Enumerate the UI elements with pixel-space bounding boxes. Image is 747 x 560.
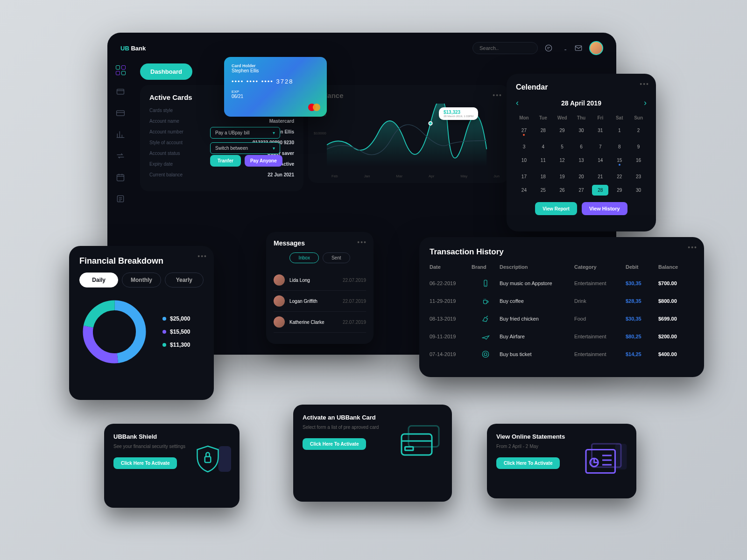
sidebar-apps-icon[interactable] [116, 65, 125, 75]
switch-select[interactable]: Switch between▾ [210, 142, 280, 154]
cal-day[interactable]: 3 [516, 141, 532, 152]
tr-date: 06-22-2019 [430, 280, 472, 286]
tr-category: Entertainment [574, 334, 626, 339]
sidebar-list-icon[interactable] [116, 194, 125, 203]
prev-month-icon[interactable]: ‹ [516, 98, 519, 108]
more-icon[interactable]: ••• [688, 244, 698, 251]
ac-label: Current balance [149, 172, 183, 177]
cal-day[interactable]: 14 [592, 155, 608, 168]
more-icon[interactable]: ••• [640, 80, 649, 88]
transaction-row[interactable]: 08-13-2019Buy fried chickenFood$30,35$69… [430, 310, 694, 328]
cal-day[interactable]: 1 [611, 125, 627, 139]
cta-activate-button[interactable]: Click Here To Activate [303, 438, 366, 450]
cal-day[interactable]: 27 [573, 185, 590, 196]
message-item[interactable]: Lida Long22.07.2019 [274, 270, 366, 291]
sidebar [116, 65, 125, 203]
cal-day[interactable]: 26 [554, 185, 571, 196]
cal-day[interactable]: 29 [611, 185, 627, 196]
cal-day[interactable]: 22 [611, 171, 627, 182]
pay-bill-select[interactable]: Pay a UBpay bill▾ [210, 127, 280, 139]
msg-name: Katherine Clarke [289, 320, 338, 325]
sidebar-wallet-icon[interactable] [116, 87, 125, 96]
card-exp-label: EXP [232, 90, 319, 94]
balance-title: Balance [317, 91, 500, 99]
tr-desc: Buy Airfare [500, 334, 574, 339]
cta-statements-button[interactable]: Click Here To Activate [496, 457, 560, 469]
cal-day[interactable]: 20 [573, 171, 590, 182]
cal-day[interactable]: 31 [592, 125, 608, 139]
transfer-button[interactable]: Tranfer [210, 155, 241, 167]
tr-debit: $14,25 [626, 351, 658, 357]
bell-icon[interactable] [559, 44, 568, 52]
cal-day[interactable]: 16 [630, 155, 647, 168]
transaction-row[interactable]: 11-29-2019Buy coffeeDrink$28,35$800.00 [430, 292, 694, 310]
more-icon[interactable]: ••• [357, 238, 367, 246]
cal-day[interactable]: 4 [535, 141, 551, 152]
donut-legend: $25,000 $15,500 $11,300 [162, 315, 190, 348]
chat-icon[interactable] [544, 44, 553, 52]
next-month-icon[interactable]: › [644, 98, 647, 108]
tr-balance: $699.00 [658, 316, 696, 322]
sidebar-calendar-icon[interactable] [116, 173, 125, 182]
mail-icon[interactable] [574, 44, 583, 52]
message-item[interactable]: Katherine Clarke22.07.2019 [274, 312, 366, 333]
transaction-row[interactable]: 07-14-2019Buy bus ticketEntertainment$14… [430, 345, 694, 363]
cal-day[interactable]: 21 [592, 171, 608, 182]
cal-day[interactable]: 5 [554, 141, 571, 152]
transaction-row[interactable]: 06-22-2019Buy music on AppstoreEntertain… [430, 274, 694, 292]
tr-desc: Buy coffee [500, 298, 574, 304]
cal-day[interactable]: 11 [535, 155, 551, 168]
cal-day[interactable]: 9 [630, 141, 647, 152]
cal-day[interactable]: 28 [592, 185, 608, 196]
cal-day[interactable]: 7 [592, 141, 608, 152]
cal-day[interactable]: 30 [630, 185, 647, 196]
seg-monthly[interactable]: Monthly [122, 273, 161, 287]
seg-daily[interactable]: Daily [79, 273, 118, 287]
cal-day[interactable]: 18 [535, 171, 551, 182]
cal-day[interactable]: 15 [611, 155, 627, 168]
cal-day[interactable]: 25 [535, 185, 551, 196]
cal-day[interactable]: 13 [573, 155, 590, 168]
avatar [274, 274, 285, 286]
msg-date: 22.07.2019 [343, 320, 366, 325]
cal-day[interactable]: 29 [554, 125, 571, 139]
cal-day[interactable]: 12 [554, 155, 571, 168]
cta-shield-button[interactable]: Click Here To Activate [113, 457, 177, 469]
sidebar-transfer-icon[interactable] [116, 151, 125, 161]
cal-day[interactable]: 2 [630, 125, 647, 139]
messages-title: Messages [274, 239, 366, 247]
cal-day[interactable]: 8 [611, 141, 627, 152]
cal-day[interactable]: 6 [573, 141, 590, 152]
tab-sent[interactable]: Sent [323, 252, 350, 263]
search-input[interactable] [472, 42, 538, 54]
topbar: UB Bank [107, 33, 616, 63]
sidebar-card-icon[interactable] [116, 108, 125, 118]
tr-brand-icon [472, 350, 500, 358]
more-icon[interactable]: ••• [197, 252, 207, 260]
cal-day[interactable]: 24 [516, 185, 532, 196]
seg-yearly[interactable]: Yearly [165, 273, 204, 287]
view-history-button[interactable]: View History [582, 202, 627, 215]
donut-chart [79, 297, 149, 367]
dashboard-button[interactable]: Dashboard [140, 63, 192, 80]
transaction-row[interactable]: 09-11-2019Buy AirfareEntertainment$80,25… [430, 328, 694, 345]
cal-day[interactable]: 19 [554, 171, 571, 182]
sidebar-chart-icon[interactable] [116, 130, 125, 139]
cal-day[interactable]: 17 [516, 171, 532, 182]
pay-anyone-button[interactable]: Pay Anyone [245, 155, 282, 167]
tr-balance: $200.00 [658, 334, 696, 339]
tr-debit: $80,25 [626, 334, 658, 339]
cal-day[interactable]: 27 [516, 125, 532, 139]
cal-day[interactable]: 23 [630, 171, 647, 182]
more-icon[interactable]: ••• [493, 91, 502, 99]
cal-day[interactable]: 10 [516, 155, 532, 168]
view-report-button[interactable]: View Report [535, 202, 577, 215]
financial-breakdown-panel: ••• Financial Breakdown Daily Monthly Ye… [69, 246, 214, 400]
svg-point-5 [429, 122, 432, 125]
cal-day[interactable]: 28 [535, 125, 551, 139]
message-item[interactable]: Logan Griffith22.07.2019 [274, 291, 366, 312]
cal-day[interactable]: 30 [573, 125, 590, 139]
select-label: Pay a UBpay bill [215, 130, 249, 135]
tab-inbox[interactable]: Inbox [289, 252, 318, 263]
avatar[interactable] [589, 41, 603, 55]
